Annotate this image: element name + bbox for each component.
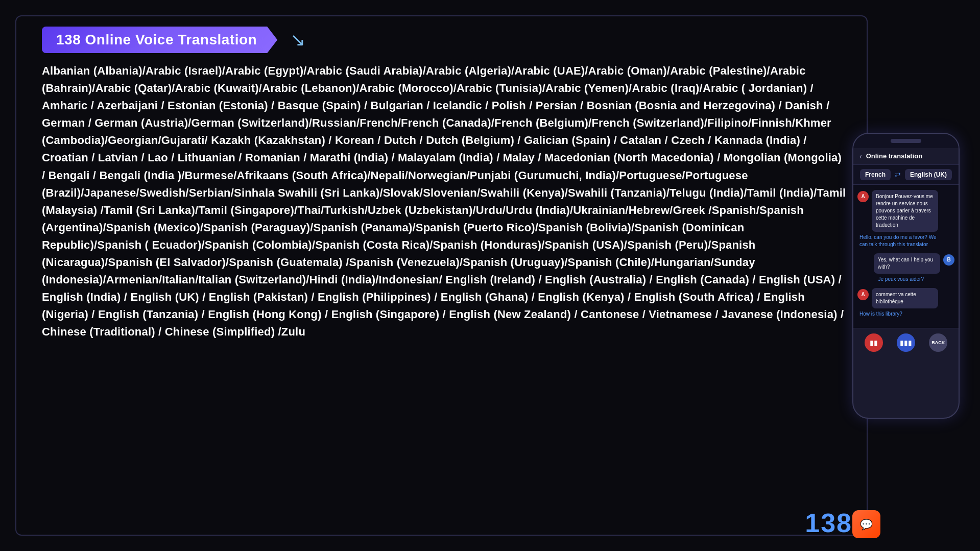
mic-button[interactable]: ▮▮	[865, 333, 883, 352]
branding-icon-symbol: 💬	[860, 518, 873, 531]
bubble-b-2: Yes, what can I help you with?	[874, 253, 940, 274]
avatar-a-1: A	[857, 191, 869, 202]
app-title: 138 Online Voice Translation	[42, 27, 277, 53]
message-row-a-3: A comment va cette bibliothèque	[857, 288, 954, 308]
notch-bar	[891, 139, 921, 143]
app-header: ‹ Online translation	[853, 148, 959, 165]
translation-3: How is this library?	[857, 310, 939, 318]
back-button[interactable]: BACK	[929, 333, 947, 352]
avatar-a-3: A	[857, 289, 869, 300]
back-label: BACK	[931, 340, 945, 345]
chat-area: A Bonjour Pouvez-vous me rendre un servi…	[853, 185, 959, 328]
languages-list: Albanian (Albania)/Arabic (Israel)/Arabi…	[42, 62, 846, 341]
audio-icon: ▮▮▮	[900, 339, 912, 347]
language-selector: French ⇄ English (UK)	[853, 165, 959, 185]
bubble-a-3: comment va cette bibliothèque	[872, 288, 938, 308]
chat-message-2: Yes, what can I help you with? B Je peux…	[857, 253, 954, 283]
main-container: 138 Online Voice Translation ↘ Albanian …	[15, 15, 868, 536]
phone-notch	[853, 134, 959, 148]
translation-2: Je peux vous aider?	[857, 276, 939, 283]
chat-message-1: A Bonjour Pouvez-vous me rendre un servi…	[857, 190, 954, 248]
swap-icon[interactable]: ⇄	[895, 171, 901, 179]
back-chevron-icon[interactable]: ‹	[859, 152, 862, 160]
phone-mockup: ‹ Online translation French ⇄ English (U…	[852, 133, 965, 419]
translation-1: Hello, can you do me a favor? We can tal…	[857, 234, 939, 248]
message-row-a-1: A Bonjour Pouvez-vous me rendre un servi…	[857, 190, 954, 232]
branding-icon: 💬	[852, 510, 880, 538]
message-row-b-2: Yes, what can I help you with? B	[857, 253, 954, 274]
title-banner: 138 Online Voice Translation ↘	[42, 27, 277, 53]
phone-controls: ▮▮ ▮▮▮ BACK	[853, 328, 959, 357]
audio-button[interactable]: ▮▮▮	[897, 333, 915, 352]
branding-number: 138	[805, 508, 852, 538]
chat-message-3: A comment va cette bibliothèque How is t…	[857, 288, 954, 318]
mic-icon: ▮▮	[870, 339, 878, 347]
avatar-b-2: B	[943, 254, 954, 266]
source-language[interactable]: French	[860, 169, 891, 180]
bubble-b-wrap-2: Yes, what can I help you with?	[874, 253, 940, 274]
app-header-title: Online translation	[866, 152, 923, 160]
arrow-icon: ↘	[290, 29, 305, 51]
phone-frame: ‹ Online translation French ⇄ English (U…	[852, 133, 960, 419]
bubble-a-1: Bonjour Pouvez-vous me rendre un service…	[872, 190, 938, 232]
target-language[interactable]: English (UK)	[905, 169, 952, 180]
